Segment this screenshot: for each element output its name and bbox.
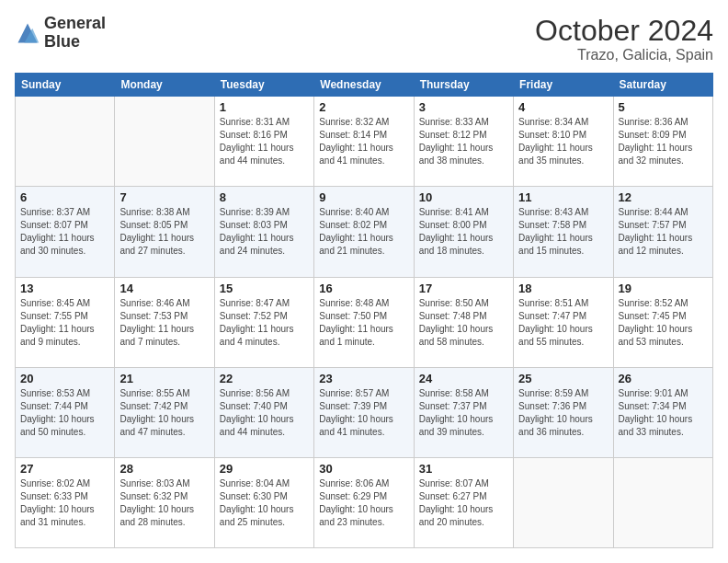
day-number: 8 [220, 190, 309, 204]
day-info: Sunrise: 8:47 AM Sunset: 7:52 PM Dayligh… [220, 297, 309, 349]
table-row: 9Sunrise: 8:40 AM Sunset: 8:02 PM Daylig… [314, 187, 414, 277]
day-info: Sunrise: 8:33 AM Sunset: 8:12 PM Dayligh… [419, 116, 508, 167]
logo-line2: Blue [44, 33, 106, 52]
page: General Blue October 2024 Trazo, Galicia… [0, 0, 728, 563]
day-number: 14 [119, 282, 209, 295]
day-info: Sunrise: 8:55 AM Sunset: 7:42 PM Dayligh… [119, 387, 209, 439]
day-info: Sunrise: 8:04 AM Sunset: 6:30 PM Dayligh… [220, 477, 309, 529]
day-info: Sunrise: 8:38 AM Sunset: 8:05 PM Dayligh… [119, 206, 209, 258]
day-number: 20 [20, 372, 109, 385]
day-info: Sunrise: 8:58 AM Sunset: 7:37 PM Dayligh… [419, 387, 508, 439]
day-number: 4 [518, 100, 608, 114]
day-info: Sunrise: 8:36 AM Sunset: 8:09 PM Dayligh… [619, 116, 708, 167]
col-saturday: Saturday [613, 74, 712, 97]
table-row: 27Sunrise: 8:02 AM Sunset: 6:33 PM Dayli… [16, 457, 115, 547]
location-title: Trazo, Galicia, Spain [535, 47, 713, 63]
table-row: 14Sunrise: 8:46 AM Sunset: 7:53 PM Dayli… [115, 277, 214, 367]
day-info: Sunrise: 8:03 AM Sunset: 6:32 PM Dayligh… [119, 477, 209, 529]
day-number: 23 [319, 372, 408, 385]
calendar-week-row: 20Sunrise: 8:53 AM Sunset: 7:44 PM Dayli… [16, 367, 713, 457]
table-row [613, 457, 712, 547]
day-number: 2 [319, 100, 408, 114]
day-number: 17 [419, 282, 508, 295]
day-info: Sunrise: 8:50 AM Sunset: 7:48 PM Dayligh… [419, 297, 508, 349]
table-row [514, 457, 613, 547]
day-info: Sunrise: 8:52 AM Sunset: 7:45 PM Dayligh… [619, 297, 708, 349]
month-title: October 2024 [535, 15, 713, 47]
title-block: October 2024 Trazo, Galicia, Spain [535, 15, 713, 63]
day-number: 16 [319, 282, 408, 295]
day-number: 10 [419, 190, 508, 204]
table-row: 22Sunrise: 8:56 AM Sunset: 7:40 PM Dayli… [214, 367, 313, 457]
day-info: Sunrise: 8:46 AM Sunset: 7:53 PM Dayligh… [119, 297, 209, 349]
day-info: Sunrise: 8:06 AM Sunset: 6:29 PM Dayligh… [319, 477, 408, 529]
day-info: Sunrise: 8:37 AM Sunset: 8:07 PM Dayligh… [20, 206, 109, 258]
day-number: 12 [619, 190, 708, 204]
table-row: 3Sunrise: 8:33 AM Sunset: 8:12 PM Daylig… [414, 97, 513, 187]
table-row: 31Sunrise: 8:07 AM Sunset: 6:27 PM Dayli… [414, 457, 513, 547]
day-info: Sunrise: 8:57 AM Sunset: 7:39 PM Dayligh… [319, 387, 408, 439]
day-number: 5 [619, 100, 708, 114]
day-info: Sunrise: 8:39 AM Sunset: 8:03 PM Dayligh… [220, 206, 309, 258]
calendar-week-row: 6Sunrise: 8:37 AM Sunset: 8:07 PM Daylig… [16, 187, 713, 277]
table-row: 5Sunrise: 8:36 AM Sunset: 8:09 PM Daylig… [613, 97, 712, 187]
day-info: Sunrise: 8:32 AM Sunset: 8:14 PM Dayligh… [319, 116, 408, 167]
day-number: 15 [220, 282, 309, 295]
day-info: Sunrise: 8:48 AM Sunset: 7:50 PM Dayligh… [319, 297, 408, 349]
day-number: 31 [419, 462, 508, 476]
day-number: 19 [619, 282, 708, 295]
day-number: 1 [220, 100, 309, 114]
calendar-header-row: Sunday Monday Tuesday Wednesday Thursday… [16, 74, 713, 97]
table-row: 19Sunrise: 8:52 AM Sunset: 7:45 PM Dayli… [613, 277, 712, 367]
day-info: Sunrise: 8:34 AM Sunset: 8:10 PM Dayligh… [518, 116, 608, 167]
table-row: 12Sunrise: 8:44 AM Sunset: 7:57 PM Dayli… [613, 187, 712, 277]
table-row: 20Sunrise: 8:53 AM Sunset: 7:44 PM Dayli… [16, 367, 115, 457]
calendar-week-row: 27Sunrise: 8:02 AM Sunset: 6:33 PM Dayli… [16, 457, 713, 547]
day-number: 27 [20, 462, 109, 476]
day-info: Sunrise: 8:56 AM Sunset: 7:40 PM Dayligh… [220, 387, 309, 439]
calendar-table: Sunday Monday Tuesday Wednesday Thursday… [15, 73, 713, 548]
day-number: 21 [119, 372, 209, 385]
header: General Blue October 2024 Trazo, Galicia… [15, 15, 713, 63]
logo: General Blue [15, 15, 106, 52]
table-row: 11Sunrise: 8:43 AM Sunset: 7:58 PM Dayli… [514, 187, 613, 277]
day-number: 25 [518, 372, 608, 385]
table-row: 7Sunrise: 8:38 AM Sunset: 8:05 PM Daylig… [115, 187, 214, 277]
day-info: Sunrise: 8:51 AM Sunset: 7:47 PM Dayligh… [518, 297, 608, 349]
table-row: 4Sunrise: 8:34 AM Sunset: 8:10 PM Daylig… [514, 97, 613, 187]
day-number: 7 [119, 190, 209, 204]
day-number: 13 [20, 282, 109, 295]
table-row: 1Sunrise: 8:31 AM Sunset: 8:16 PM Daylig… [214, 97, 313, 187]
day-number: 28 [119, 462, 209, 476]
col-friday: Friday [514, 74, 613, 97]
table-row: 28Sunrise: 8:03 AM Sunset: 6:32 PM Dayli… [115, 457, 214, 547]
col-thursday: Thursday [414, 74, 513, 97]
col-monday: Monday [115, 74, 214, 97]
table-row: 23Sunrise: 8:57 AM Sunset: 7:39 PM Dayli… [314, 367, 414, 457]
table-row: 2Sunrise: 8:32 AM Sunset: 8:14 PM Daylig… [314, 97, 414, 187]
table-row: 18Sunrise: 8:51 AM Sunset: 7:47 PM Dayli… [514, 277, 613, 367]
calendar-week-row: 13Sunrise: 8:45 AM Sunset: 7:55 PM Dayli… [16, 277, 713, 367]
table-row [16, 97, 115, 187]
table-row: 26Sunrise: 9:01 AM Sunset: 7:34 PM Dayli… [613, 367, 712, 457]
day-number: 18 [518, 282, 608, 295]
day-number: 30 [319, 462, 408, 476]
day-info: Sunrise: 9:01 AM Sunset: 7:34 PM Dayligh… [619, 387, 708, 439]
day-number: 22 [220, 372, 309, 385]
col-tuesday: Tuesday [214, 74, 313, 97]
day-number: 24 [419, 372, 508, 385]
table-row: 24Sunrise: 8:58 AM Sunset: 7:37 PM Dayli… [414, 367, 513, 457]
day-info: Sunrise: 8:40 AM Sunset: 8:02 PM Dayligh… [319, 206, 408, 258]
day-info: Sunrise: 8:31 AM Sunset: 8:16 PM Dayligh… [220, 116, 309, 167]
table-row: 16Sunrise: 8:48 AM Sunset: 7:50 PM Dayli… [314, 277, 414, 367]
table-row: 29Sunrise: 8:04 AM Sunset: 6:30 PM Dayli… [214, 457, 313, 547]
logo-icon [15, 20, 40, 46]
table-row: 10Sunrise: 8:41 AM Sunset: 8:00 PM Dayli… [414, 187, 513, 277]
day-info: Sunrise: 8:45 AM Sunset: 7:55 PM Dayligh… [20, 297, 109, 349]
table-row [115, 97, 214, 187]
day-info: Sunrise: 8:07 AM Sunset: 6:27 PM Dayligh… [419, 477, 508, 529]
day-info: Sunrise: 8:59 AM Sunset: 7:36 PM Dayligh… [518, 387, 608, 439]
logo-line1: General [44, 15, 106, 33]
day-number: 3 [419, 100, 508, 114]
calendar-week-row: 1Sunrise: 8:31 AM Sunset: 8:16 PM Daylig… [16, 97, 713, 187]
